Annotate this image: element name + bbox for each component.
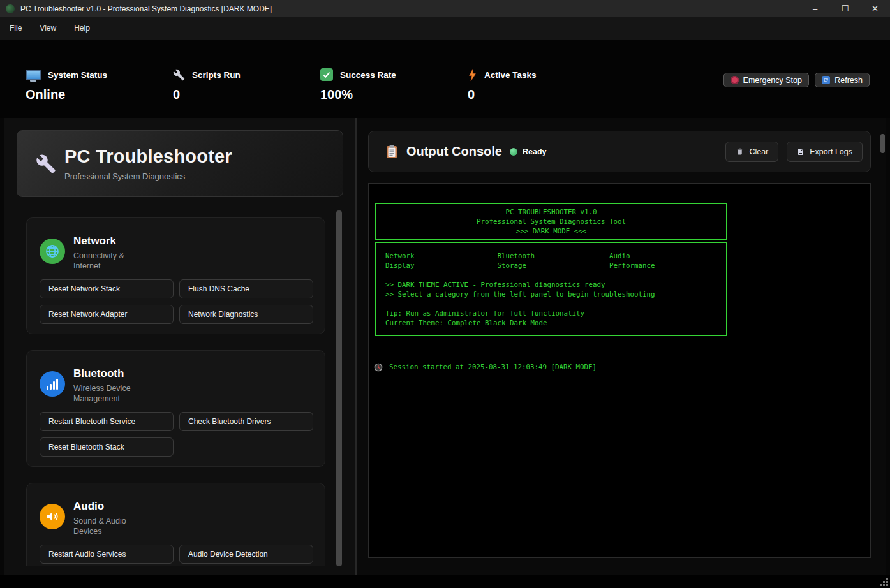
stat-success-rate: Success Rate 100%: [320, 68, 396, 102]
refresh-button[interactable]: Refresh: [815, 73, 870, 87]
document-icon: [797, 147, 805, 156]
restart-audio-services-button[interactable]: Restart Audio Services: [40, 545, 174, 564]
resize-grip[interactable]: [880, 578, 888, 586]
close-button[interactable]: ✕: [860, 0, 890, 17]
stat-label: Success Rate: [340, 70, 396, 80]
console-output[interactable]: PC TROUBLESHOOTER v1.0 Professional Syst…: [368, 183, 871, 558]
signal-bars-icon: [40, 371, 65, 397]
app-title: PC Troubleshooter: [64, 146, 232, 167]
window-title: PC Troubleshooter v1.0 - Professional Sy…: [20, 4, 272, 13]
maximize-button[interactable]: ☐: [830, 0, 860, 17]
stats-bar: System Status Online Scripts Run 0 Succe…: [0, 40, 890, 118]
menu-bar: File View Help: [0, 17, 890, 40]
emergency-stop-label: Emergency Stop: [743, 76, 802, 85]
menu-help[interactable]: Help: [65, 17, 99, 40]
lightning-icon: [468, 68, 477, 82]
status-dot-icon: [510, 148, 517, 156]
clear-label: Clear: [749, 147, 768, 156]
main-area: PC Troubleshooter Professional System Di…: [0, 118, 890, 575]
category-title: Network: [73, 235, 137, 247]
reset-bluetooth-stack-button[interactable]: Reset Bluetooth Stack: [40, 437, 174, 457]
console-status: Ready: [523, 147, 547, 156]
stat-label: System Status: [48, 70, 107, 80]
console-info-box: Network Bluetooth Audio Display Storage …: [375, 242, 727, 336]
reset-network-stack-button[interactable]: Reset Network Stack: [40, 279, 174, 298]
category-list: Network Connectivity & Internet Reset Ne…: [4, 217, 349, 566]
stat-scripts-run: Scripts Run 0: [173, 68, 241, 102]
title-bar: PC Troubleshooter v1.0 - Professional Sy…: [0, 0, 890, 17]
app-window: PC Troubleshooter v1.0 - Professional Sy…: [0, 0, 890, 588]
category-subtitle: Sound & Audio Devices: [73, 516, 137, 536]
left-panel: PC Troubleshooter Professional System Di…: [4, 118, 355, 575]
stop-circle-icon: [731, 76, 739, 84]
session-text: Session started at 2025-08-31 12:03:49 […: [389, 362, 597, 372]
wrench-icon: [36, 154, 56, 174]
console-session-line: Session started at 2025-08-31 12:03:49 […: [374, 362, 870, 372]
refresh-icon: [822, 76, 830, 84]
console-banner-box: PC TROUBLESHOOTER v1.0 Professional Syst…: [375, 203, 727, 240]
speaker-icon: [40, 504, 65, 529]
category-subtitle: Wireless Device Management: [73, 383, 137, 404]
menu-file[interactable]: File: [1, 17, 31, 40]
category-title: Bluetooth: [73, 367, 137, 380]
trash-icon: [736, 147, 744, 156]
restart-bluetooth-service-button[interactable]: Restart Bluetooth Service: [40, 412, 174, 431]
window-controls: – ☐ ✕: [800, 0, 890, 17]
category-title: Audio: [73, 500, 137, 513]
stat-value: 0: [468, 87, 537, 102]
category-card-network: Network Connectivity & Internet Reset Ne…: [26, 217, 325, 334]
globe-icon: [40, 239, 65, 264]
stat-value: 0: [173, 87, 241, 102]
stat-label: Active Tasks: [484, 70, 537, 80]
category-card-audio: Audio Sound & Audio Devices Restart Audi…: [26, 483, 325, 566]
clipboard-icon: [386, 145, 397, 159]
app-icon: [6, 4, 15, 13]
network-diagnostics-button[interactable]: Network Diagnostics: [179, 305, 313, 324]
refresh-label: Refresh: [834, 76, 863, 85]
left-panel-scrollbar[interactable]: [336, 210, 342, 566]
status-bar: [0, 575, 890, 588]
check-bluetooth-drivers-button[interactable]: Check Bluetooth Drivers: [179, 412, 313, 431]
emergency-stop-button[interactable]: Emergency Stop: [723, 73, 809, 87]
monitor-icon: [26, 70, 41, 80]
check-icon: [320, 68, 333, 81]
app-subtitle: Professional System Diagnostics: [64, 172, 232, 181]
clear-button[interactable]: Clear: [725, 142, 778, 162]
stat-active-tasks: Active Tasks 0: [468, 68, 537, 102]
reset-network-adapter-button[interactable]: Reset Network Adapter: [40, 305, 174, 324]
stat-value: Online: [26, 87, 107, 102]
right-panel-scrollbar[interactable]: [880, 134, 885, 153]
category-subtitle: Connectivity & Internet: [73, 251, 137, 271]
wrench-icon: [173, 69, 185, 81]
console-title: Output Console: [406, 144, 502, 159]
export-logs-label: Export Logs: [810, 147, 852, 156]
app-header-card: PC Troubleshooter Professional System Di…: [17, 130, 343, 197]
clock-icon: [374, 363, 383, 372]
audio-device-detection-button[interactable]: Audio Device Detection: [179, 545, 313, 564]
stat-label: Scripts Run: [192, 70, 241, 80]
category-card-bluetooth: Bluetooth Wireless Device Management Res…: [26, 350, 325, 467]
export-logs-button[interactable]: Export Logs: [787, 142, 863, 162]
flush-dns-cache-button[interactable]: Flush DNS Cache: [179, 279, 313, 298]
right-panel: Output Console Ready Clear Export L: [357, 118, 886, 575]
stat-value: 100%: [320, 87, 396, 102]
menu-view[interactable]: View: [31, 17, 65, 40]
console-header-card: Output Console Ready Clear Export L: [368, 131, 871, 172]
minimize-button[interactable]: –: [800, 0, 830, 17]
stat-system-status: System Status Online: [26, 68, 107, 102]
